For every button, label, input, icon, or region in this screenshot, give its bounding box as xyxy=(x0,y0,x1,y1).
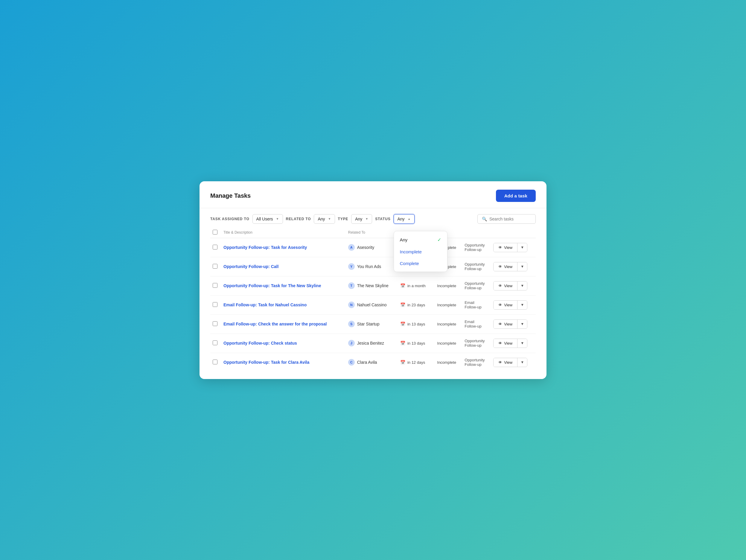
task-title-link[interactable]: Opportunity Follow-up: Task for Clara Av… xyxy=(224,360,309,365)
status-option-incomplete[interactable]: Incomplete xyxy=(394,246,447,257)
row-checkbox[interactable] xyxy=(213,264,218,269)
task-type: EmailFollow-up xyxy=(464,319,488,329)
row-type-cell: OpportunityFollow-up xyxy=(462,353,491,372)
calendar-icon: 📅 xyxy=(400,283,405,288)
view-btn-group: 👁 View ▼ xyxy=(493,300,527,310)
status-option-complete-label: Complete xyxy=(400,261,419,266)
task-title-link[interactable]: Email Follow-up: Task for Nahuel Cassino xyxy=(224,303,307,307)
row-due-date-cell: 📅 in 13 days xyxy=(398,314,435,334)
related-to-select[interactable]: Any ▼ xyxy=(314,214,335,224)
row-action-cell: 👁 View ▼ xyxy=(491,257,536,276)
row-checkbox[interactable] xyxy=(213,302,218,307)
view-button[interactable]: 👁 View xyxy=(493,358,517,367)
eye-icon: 👁 xyxy=(498,303,502,307)
calendar-icon: 📅 xyxy=(400,303,405,307)
chevron-down-icon: ▼ xyxy=(276,217,279,221)
view-label: View xyxy=(504,245,512,250)
page-title: Manage Tasks xyxy=(210,192,251,199)
row-checkbox[interactable] xyxy=(213,283,218,288)
row-checkbox[interactable] xyxy=(213,360,218,364)
task-type: OpportunityFollow-up xyxy=(464,358,488,367)
row-checkbox[interactable] xyxy=(213,340,218,345)
search-icon: 🔍 xyxy=(482,217,487,221)
row-related-cell: A Asesority xyxy=(346,238,398,257)
search-box[interactable]: 🔍 xyxy=(478,214,536,224)
row-related-cell: Y You Run Ads xyxy=(346,257,398,276)
row-title-cell: Email Follow-up: Task for Nahuel Cassino xyxy=(221,295,346,314)
row-status-cell: Incomplete xyxy=(435,295,462,314)
company-icon: Y xyxy=(348,263,355,270)
company-icon: C xyxy=(348,359,355,366)
chevron-up-icon: ▲ xyxy=(408,217,411,221)
row-title-cell: Opportunity Follow-up: Call xyxy=(221,257,346,276)
row-title-cell: Email Follow-up: Check the answer for th… xyxy=(221,314,346,334)
due-date-value: in 13 days xyxy=(407,341,425,345)
view-button[interactable]: 👁 View xyxy=(493,301,517,309)
row-status-cell: Incomplete xyxy=(435,276,462,295)
status-label: STATUS xyxy=(375,217,390,221)
status-option-any[interactable]: Any ✓ xyxy=(394,234,447,246)
view-btn-group: 👁 View ▼ xyxy=(493,358,527,367)
row-type-cell: OpportunityFollow-up xyxy=(462,257,491,276)
type-label: TYPE xyxy=(338,217,348,221)
due-date-value: in 12 days xyxy=(407,360,425,365)
row-checkbox[interactable] xyxy=(213,321,218,326)
row-title-cell: Opportunity Follow-up: Task for Asesorit… xyxy=(221,238,346,257)
task-title-link[interactable]: Opportunity Follow-up: Check status xyxy=(224,341,297,345)
related-to-name: Nahuel Cassino xyxy=(357,303,387,307)
row-checkbox[interactable] xyxy=(213,245,218,250)
view-button[interactable]: 👁 View xyxy=(493,243,517,252)
task-title-link[interactable]: Email Follow-up: Check the answer for th… xyxy=(224,321,327,326)
row-due-date-cell: 📅 in a month xyxy=(398,276,435,295)
row-action-cell: 👁 View ▼ xyxy=(491,334,536,353)
view-button[interactable]: 👁 View xyxy=(493,320,517,329)
company-icon: A xyxy=(348,244,355,251)
chevron-down-icon: ▼ xyxy=(328,217,331,221)
row-title-cell: Opportunity Follow-up: Check status xyxy=(221,334,346,353)
status-badge: Incomplete xyxy=(437,284,456,288)
table-row: Opportunity Follow-up: Call Y You Run Ad… xyxy=(210,257,536,276)
view-button[interactable]: 👁 View xyxy=(493,339,517,347)
row-related-cell: J Jesica Benitez xyxy=(346,334,398,353)
status-filter-wrap: Any ▲ Any ✓ Incomplete Complete xyxy=(394,214,414,224)
company-icon: N xyxy=(348,302,355,308)
row-checkbox-cell xyxy=(210,295,221,314)
eye-icon: 👁 xyxy=(498,264,502,269)
status-option-complete[interactable]: Complete xyxy=(394,257,447,269)
view-button[interactable]: 👁 View xyxy=(493,281,517,290)
task-title-link[interactable]: Opportunity Follow-up: Task for Asesorit… xyxy=(224,245,307,250)
task-title-link[interactable]: Opportunity Follow-up: Task for The New … xyxy=(224,283,321,288)
calendar-icon: 📅 xyxy=(400,360,405,365)
calendar-icon: 📅 xyxy=(400,341,405,345)
calendar-icon: 📅 xyxy=(400,321,405,326)
select-all-checkbox[interactable] xyxy=(213,230,218,234)
task-type: OpportunityFollow-up xyxy=(464,281,488,290)
company-icon: J xyxy=(348,340,355,346)
action-dropdown-button[interactable]: ▼ xyxy=(517,358,527,366)
due-date-value: in a month xyxy=(407,284,426,288)
view-button[interactable]: 👁 View xyxy=(493,262,517,271)
status-select[interactable]: Any ▲ xyxy=(394,214,414,224)
search-input[interactable] xyxy=(489,217,531,221)
task-type: OpportunityFollow-up xyxy=(464,262,488,271)
chevron-down-icon: ▼ xyxy=(365,217,368,221)
action-dropdown-button[interactable]: ▼ xyxy=(517,281,527,290)
related-to-name: You Run Ads xyxy=(357,264,381,269)
check-icon: ✓ xyxy=(437,237,441,243)
row-status-cell: Incomplete xyxy=(435,353,462,372)
tasks-table-wrapper: Title & Description Related To Due date … xyxy=(200,227,546,379)
task-assigned-to-select[interactable]: All Users ▼ xyxy=(253,214,283,224)
table-row: Opportunity Follow-up: Task for Clara Av… xyxy=(210,353,536,372)
action-dropdown-button[interactable]: ▼ xyxy=(517,301,527,309)
row-type-cell: EmailFollow-up xyxy=(462,314,491,334)
status-badge: Incomplete xyxy=(437,341,456,345)
action-dropdown-button[interactable]: ▼ xyxy=(517,320,527,328)
related-to-value: Any xyxy=(318,217,325,221)
type-select[interactable]: Any ▼ xyxy=(351,214,372,224)
action-dropdown-button[interactable]: ▼ xyxy=(517,243,527,252)
view-label: View xyxy=(504,341,512,345)
action-dropdown-button[interactable]: ▼ xyxy=(517,339,527,347)
task-title-link[interactable]: Opportunity Follow-up: Call xyxy=(224,264,279,269)
action-dropdown-button[interactable]: ▼ xyxy=(517,262,527,271)
add-task-button[interactable]: Add a task xyxy=(496,190,536,202)
